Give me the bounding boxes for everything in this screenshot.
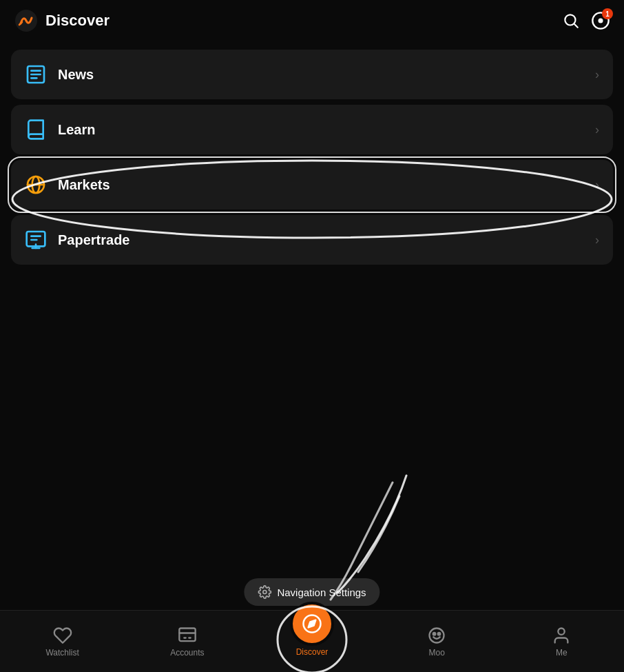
svg-rect-16 [179,628,195,641]
watchlist-label: Watchlist [45,648,79,658]
papertrade-chevron: › [595,233,599,247]
moo-label: Moo [429,648,445,658]
news-label: News [58,67,94,83]
discover-circle [290,602,334,646]
header-left: Discover [14,8,110,33]
nav-me[interactable]: Me [499,626,624,658]
svg-point-25 [559,628,565,634]
notifications-button[interactable]: 1 [591,11,610,30]
svg-point-1 [565,14,575,25]
svg-point-24 [438,632,441,635]
page-title: Discover [45,12,110,30]
discover-label: Discover [296,647,329,657]
moo-icon [427,626,446,645]
news-menu-item[interactable]: News › [11,50,613,99]
nav-moo[interactable]: Moo [375,626,499,658]
app-logo [14,8,39,33]
header: Discover 1 [0,0,624,41]
markets-icon [25,174,47,196]
learn-menu-item[interactable]: Learn › [11,105,613,154]
search-button[interactable] [562,12,580,30]
papertrade-icon [25,229,47,251]
svg-marker-21 [309,620,316,627]
notification-badge: 1 [602,8,613,19]
markets-menu-item[interactable]: Markets › [11,160,613,210]
svg-line-2 [574,24,578,28]
nav-accounts[interactable]: Accounts [125,626,249,658]
search-icon [562,12,580,30]
heart-icon [53,626,72,645]
me-label: Me [556,648,568,658]
nav-discover[interactable]: Discover [249,602,374,657]
compass-icon [302,613,322,634]
learn-icon [25,119,47,141]
bottom-navigation: Watchlist Accounts Discover Moo [0,610,624,672]
accounts-icon [178,626,197,645]
nav-watchlist[interactable]: Watchlist [0,626,125,658]
header-actions: 1 [562,11,610,30]
markets-chevron: › [595,178,599,192]
svg-point-23 [433,632,436,635]
svg-point-22 [430,628,444,642]
news-chevron: › [595,68,599,82]
learn-chevron: › [595,123,599,137]
person-icon [552,626,571,645]
svg-point-4 [599,19,603,23]
papertrade-label: Papertrade [58,232,130,248]
learn-label: Learn [58,122,95,138]
discover-menu: News › Learn › Markets › [0,41,624,273]
papertrade-menu-item[interactable]: Papertrade › [11,215,613,265]
news-icon [25,63,47,85]
svg-point-15 [263,591,267,594]
settings-icon [258,585,271,599]
markets-label: Markets [58,177,110,193]
accounts-label: Accounts [170,648,204,658]
nav-settings-label: Navigation Settings [277,587,366,598]
